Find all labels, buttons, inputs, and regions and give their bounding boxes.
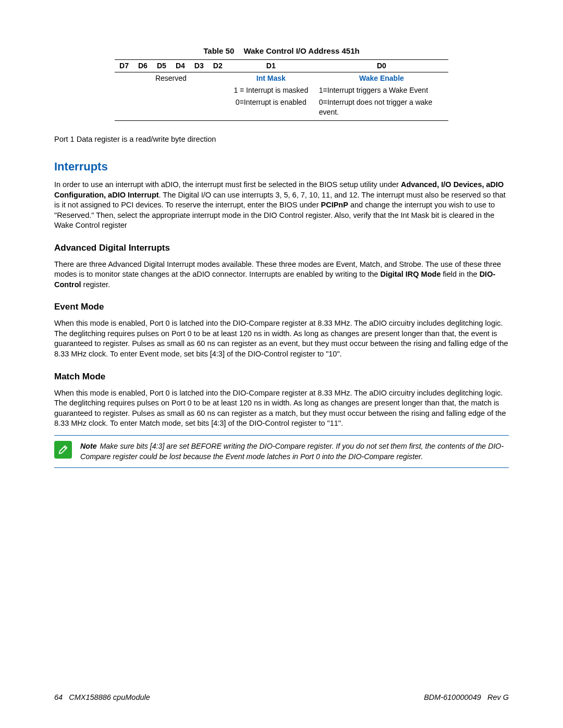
page-footer: 64 CMX158886 cpuModule BDM-610000049 Rev…: [54, 693, 509, 703]
text-bold: Digital IRQ Mode: [380, 270, 440, 278]
table-caption: Table 50 Wake Control I/O Address 451h: [54, 46, 509, 56]
col-d6: D6: [133, 60, 152, 72]
footer-title: CMX158886 cpuModule: [69, 693, 150, 701]
note-text: NoteMake sure bits [4:3] are set BEFORE …: [80, 441, 509, 462]
table-number: Table 50: [203, 46, 234, 55]
paragraph-port1: Port 1 Data register is a read/write byt…: [54, 134, 509, 145]
cell-d0-line2: 0=Interrupt does not trigger a wake even…: [315, 96, 448, 120]
paragraph-event-mode: When this mode is enabled, Port 0 is lat…: [54, 318, 509, 359]
heading-advanced-digital-interrupts: Advanced Digital Interrupts: [54, 242, 509, 254]
col-d4: D4: [171, 60, 190, 72]
col-d7: D7: [115, 60, 133, 72]
col-d0: D0: [315, 60, 448, 72]
cell-wake-enable: Wake Enable: [315, 72, 448, 84]
table-row: 0=Interrupt is enabled 0=Interrupt does …: [115, 96, 448, 120]
text: In order to use an interrupt with aDIO, …: [54, 180, 401, 189]
paragraph-interrupts: In order to use an interrupt with aDIO, …: [54, 180, 509, 231]
text: field in the: [440, 270, 479, 278]
note-body: Make sure bits [4:3] are set BEFORE writ…: [80, 442, 504, 461]
heading-interrupts: Interrupts: [54, 159, 509, 175]
page-number: 64: [54, 693, 63, 701]
text-bold: PCIPnP: [321, 201, 348, 209]
col-d3: D3: [190, 60, 209, 72]
cell-int-mask: Int Mask: [227, 72, 315, 84]
cell-d1-line2: 0=Interrupt is enabled: [227, 96, 315, 120]
heading-match-mode: Match Mode: [54, 371, 509, 383]
footer-rev: Rev G: [487, 693, 509, 701]
register-table: D7 D6 D5 D4 D3 D2 D1 D0 Reserved Int Mas…: [115, 59, 448, 120]
col-d1: D1: [227, 60, 315, 72]
pencil-icon: [54, 441, 72, 459]
cell-reserved: Reserved: [115, 72, 227, 84]
table-row: 1 = Interrupt is masked 1=Interrupt trig…: [115, 84, 448, 96]
paragraph-advanced: There are three Advanced Digital Interru…: [54, 260, 509, 290]
col-d5: D5: [152, 60, 171, 72]
page: Table 50 Wake Control I/O Address 451h D…: [0, 0, 563, 728]
table-title: Wake Control I/O Address 451h: [243, 46, 359, 55]
table-header-row: D7 D6 D5 D4 D3 D2 D1 D0: [115, 60, 448, 72]
footer-right: BDM-610000049 Rev G: [424, 693, 509, 703]
note-box: NoteMake sure bits [4:3] are set BEFORE …: [54, 435, 509, 468]
paragraph-match-mode: When this mode is enabled, Port 0 is lat…: [54, 388, 509, 429]
table-row: Reserved Int Mask Wake Enable: [115, 72, 448, 84]
footer-left: 64 CMX158886 cpuModule: [54, 693, 150, 703]
text: register.: [81, 280, 111, 289]
col-d2: D2: [209, 60, 227, 72]
footer-doc: BDM-610000049: [424, 693, 481, 701]
cell-d0-line1: 1=Interrupt triggers a Wake Event: [315, 84, 448, 96]
cell-d1-line1: 1 = Interrupt is masked: [227, 84, 315, 96]
note-label: Note: [80, 442, 97, 450]
heading-event-mode: Event Mode: [54, 301, 509, 313]
